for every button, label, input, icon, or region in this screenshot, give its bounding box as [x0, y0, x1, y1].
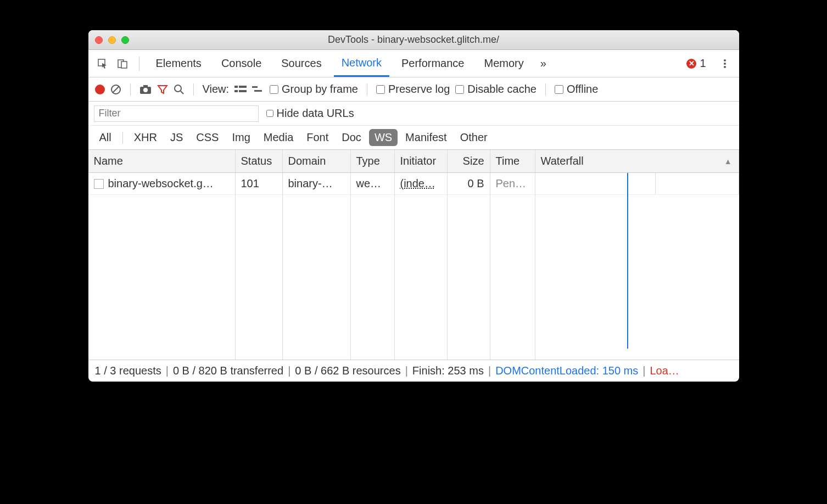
overview-icon[interactable] [252, 85, 264, 94]
waterfall-dcl-marker [627, 173, 628, 349]
filter-img[interactable]: Img [226, 129, 255, 146]
offline-input[interactable] [555, 85, 563, 94]
filter-js[interactable]: JS [165, 129, 188, 146]
filter-other[interactable]: Other [455, 129, 493, 146]
status-finish: Finish: 253 ms [412, 365, 484, 377]
svg-rect-2 [121, 61, 127, 68]
grid-header: Name Status Domain Type Initiator Size T… [88, 150, 739, 173]
status-load: Loa… [650, 365, 679, 377]
screenshot-icon[interactable] [139, 85, 152, 94]
grid-body: binary-websocket.g… 101 binary-… we… (in… [88, 173, 739, 360]
disable-cache-input[interactable] [455, 85, 464, 94]
view-label: View: [203, 83, 230, 96]
requests-grid: Name Status Domain Type Initiator Size T… [88, 150, 739, 360]
column-waterfall[interactable]: Waterfall ▲ [535, 150, 739, 172]
inspect-element-icon[interactable] [95, 56, 110, 71]
status-domcontentloaded: DOMContentLoaded: 150 ms [495, 365, 638, 377]
window-title: DevTools - binary-websocket.glitch.me/ [88, 34, 739, 46]
filter-font[interactable]: Font [301, 129, 334, 146]
svg-rect-9 [143, 85, 148, 87]
preserve-log-checkbox[interactable]: Preserve log [376, 83, 450, 96]
cell-size: 0 B [448, 173, 490, 194]
filter-css[interactable]: CSS [191, 129, 224, 146]
svg-point-3 [724, 59, 726, 61]
search-icon[interactable] [174, 84, 185, 95]
tab-console[interactable]: Console [214, 50, 269, 77]
filter-xhr[interactable]: XHR [128, 129, 163, 146]
svg-point-11 [175, 85, 181, 92]
separator: | [642, 365, 645, 377]
group-by-frame-checkbox[interactable]: Group by frame [270, 83, 358, 96]
status-bar: 1 / 3 requests | 0 B / 820 B transferred… [88, 360, 739, 382]
svg-point-5 [724, 66, 726, 68]
column-type[interactable]: Type [351, 150, 395, 172]
tab-memory[interactable]: Memory [477, 50, 532, 77]
column-time[interactable]: Time [490, 150, 535, 172]
sort-indicator-icon: ▲ [724, 157, 732, 166]
separator [367, 83, 367, 96]
grid-column-lines [88, 173, 739, 360]
large-rows-icon[interactable] [234, 85, 247, 94]
separator [130, 83, 131, 96]
waterfall-label: Waterfall [541, 155, 584, 167]
filter-doc[interactable]: Doc [336, 129, 367, 146]
separator [139, 57, 139, 71]
separator [545, 83, 546, 96]
network-toolbar: View: Group by frame Preserve log Disabl… [88, 77, 739, 102]
filter-manifest[interactable]: Manifest [400, 129, 452, 146]
svg-rect-16 [239, 90, 247, 92]
status-transferred: 0 B / 820 B transferred [173, 365, 283, 377]
svg-point-10 [143, 88, 148, 92]
disable-cache-label: Disable cache [467, 83, 537, 96]
filter-all[interactable]: All [94, 129, 117, 146]
devtools-window: DevTools - binary-websocket.glitch.me/ E… [88, 30, 739, 382]
type-filter-bar: All XHR JS CSS Img Media Font Doc WS Man… [88, 126, 739, 150]
column-initiator[interactable]: Initiator [395, 150, 448, 172]
error-counter[interactable]: ✕ 1 [686, 57, 706, 70]
svg-line-12 [181, 91, 183, 94]
tab-performance[interactable]: Performance [394, 50, 472, 77]
kebab-menu-icon[interactable] [717, 56, 733, 71]
request-name: binary-websocket.g… [108, 177, 214, 190]
group-by-frame-label: Group by frame [282, 83, 358, 96]
filter-bar: Hide data URLs [88, 102, 739, 126]
separator [193, 83, 194, 96]
cell-name: binary-websocket.g… [88, 173, 236, 194]
offline-checkbox[interactable]: Offline [555, 83, 598, 96]
tab-elements[interactable]: Elements [148, 50, 209, 77]
favicon-placeholder-icon [94, 179, 104, 189]
device-toolbar-icon[interactable] [115, 56, 130, 71]
disable-cache-checkbox[interactable]: Disable cache [455, 83, 537, 96]
tab-network[interactable]: Network [334, 50, 389, 77]
preserve-log-label: Preserve log [388, 83, 450, 96]
status-requests: 1 / 3 requests [95, 365, 161, 377]
offline-label: Offline [567, 83, 598, 96]
svg-rect-18 [254, 90, 262, 92]
hide-data-urls-input[interactable] [266, 110, 273, 117]
column-size[interactable]: Size [448, 150, 490, 172]
table-row[interactable]: binary-websocket.g… 101 binary-… we… (in… [88, 173, 739, 195]
tabs-overflow-button[interactable]: » [536, 57, 551, 70]
title-bar: DevTools - binary-websocket.glitch.me/ [88, 30, 739, 50]
record-button[interactable] [95, 85, 105, 94]
tab-sources[interactable]: Sources [273, 50, 329, 77]
group-by-frame-input[interactable] [270, 85, 278, 94]
preserve-log-input[interactable] [376, 85, 385, 94]
filter-media[interactable]: Media [258, 129, 299, 146]
clear-button[interactable] [110, 84, 121, 95]
separator: | [166, 365, 169, 377]
filter-input[interactable] [94, 105, 259, 122]
cell-status: 101 [236, 173, 283, 194]
status-resources: 0 B / 662 B resources [295, 365, 400, 377]
svg-line-7 [113, 86, 119, 93]
hide-data-urls-checkbox[interactable]: Hide data URLs [266, 107, 354, 120]
column-domain[interactable]: Domain [283, 150, 351, 172]
filter-icon[interactable] [157, 84, 168, 95]
cell-initiator: (inde… [395, 173, 448, 194]
cell-time: Pen… [490, 173, 535, 194]
column-name[interactable]: Name [88, 150, 236, 172]
filter-ws[interactable]: WS [369, 129, 398, 146]
column-status[interactable]: Status [236, 150, 283, 172]
svg-rect-14 [239, 86, 247, 88]
svg-point-4 [724, 63, 726, 65]
